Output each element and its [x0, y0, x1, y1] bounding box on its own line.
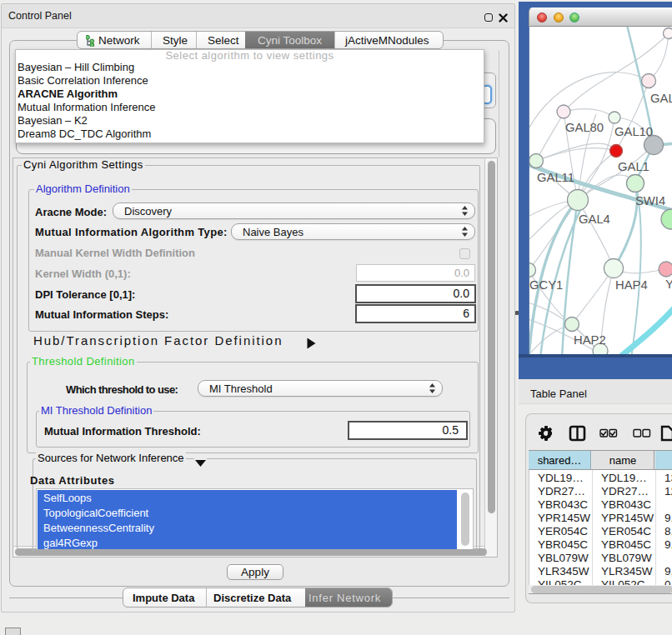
- svg-text:Y: Y: [665, 278, 672, 291]
- svg-text:GAL11: GAL11: [537, 171, 574, 184]
- svg-text:HAP4: HAP4: [615, 278, 648, 292]
- svg-text:GAL1: GAL1: [618, 160, 649, 173]
- svg-text:GCY1: GCY1: [529, 278, 563, 292]
- svg-text:HAP2: HAP2: [574, 333, 606, 347]
- svg-text:GAL10: GAL10: [614, 125, 653, 138]
- svg-text:SWI4: SWI4: [635, 194, 665, 208]
- svg-text:GAL80: GAL80: [565, 121, 604, 134]
- svg-text:GAL4: GAL4: [579, 212, 610, 226]
- svg-text:GAL2: GAL2: [650, 92, 672, 105]
